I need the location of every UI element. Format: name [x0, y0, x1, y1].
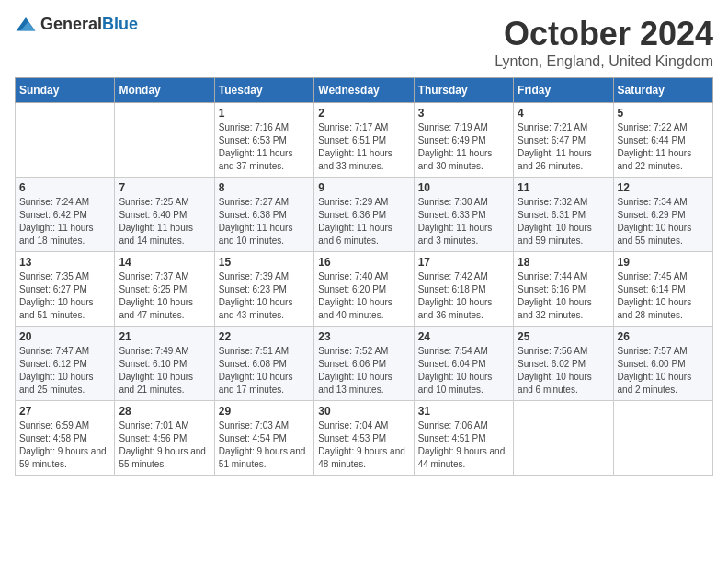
day-info: Sunrise: 7:57 AM Sunset: 6:00 PM Dayligh…	[618, 345, 709, 396]
calendar-cell: 6Sunrise: 7:24 AM Sunset: 6:42 PM Daylig…	[16, 178, 115, 252]
weekday-header-cell: Friday	[514, 78, 613, 103]
calendar-week-row: 13Sunrise: 7:35 AM Sunset: 6:27 PM Dayli…	[16, 252, 713, 327]
calendar-cell: 24Sunrise: 7:54 AM Sunset: 6:04 PM Dayli…	[414, 327, 513, 401]
title-area: October 2024 Lynton, England, United Kin…	[495, 15, 713, 70]
weekday-header-cell: Saturday	[613, 78, 712, 103]
day-number: 24	[418, 330, 509, 343]
day-info: Sunrise: 7:22 AM Sunset: 6:44 PM Dayligh…	[618, 121, 709, 173]
logo-blue: Blue	[102, 15, 138, 33]
weekday-header-cell: Wednesday	[314, 78, 414, 103]
logo: GeneralBlue	[15, 15, 138, 34]
day-info: Sunrise: 7:29 AM Sunset: 6:36 PM Dayligh…	[318, 196, 409, 247]
calendar-cell: 17Sunrise: 7:42 AM Sunset: 6:18 PM Dayli…	[414, 252, 513, 327]
calendar-cell: 1Sunrise: 7:16 AM Sunset: 6:53 PM Daylig…	[214, 103, 313, 178]
weekday-header-row: SundayMondayTuesdayWednesdayThursdayFrid…	[16, 78, 713, 103]
day-number: 5	[618, 107, 709, 120]
day-number: 31	[418, 405, 509, 418]
calendar-cell: 28Sunrise: 7:01 AM Sunset: 4:56 PM Dayli…	[115, 401, 214, 476]
day-info: Sunrise: 7:44 AM Sunset: 6:16 PM Dayligh…	[518, 270, 609, 322]
day-number: 12	[618, 181, 709, 194]
day-number: 7	[119, 181, 210, 194]
day-info: Sunrise: 7:39 AM Sunset: 6:23 PM Dayligh…	[219, 270, 310, 322]
day-info: Sunrise: 7:37 AM Sunset: 6:25 PM Dayligh…	[119, 270, 210, 322]
day-number: 6	[19, 181, 110, 194]
calendar-cell: 16Sunrise: 7:40 AM Sunset: 6:20 PM Dayli…	[314, 252, 414, 327]
day-info: Sunrise: 7:49 AM Sunset: 6:10 PM Dayligh…	[119, 345, 210, 396]
day-number: 28	[119, 405, 210, 418]
calendar-cell: 13Sunrise: 7:35 AM Sunset: 6:27 PM Dayli…	[16, 252, 115, 327]
day-info: Sunrise: 7:27 AM Sunset: 6:38 PM Dayligh…	[219, 196, 310, 247]
day-info: Sunrise: 7:35 AM Sunset: 6:27 PM Dayligh…	[19, 270, 110, 322]
calendar-cell: 2Sunrise: 7:17 AM Sunset: 6:51 PM Daylig…	[314, 103, 414, 178]
day-number: 19	[618, 256, 709, 269]
day-number: 3	[418, 107, 509, 120]
day-info: Sunrise: 7:21 AM Sunset: 6:47 PM Dayligh…	[518, 121, 609, 173]
day-number: 18	[518, 256, 609, 269]
calendar-cell: 7Sunrise: 7:25 AM Sunset: 6:40 PM Daylig…	[115, 178, 214, 252]
weekday-header-cell: Tuesday	[214, 78, 313, 103]
calendar-week-row: 6Sunrise: 7:24 AM Sunset: 6:42 PM Daylig…	[16, 178, 713, 252]
day-number: 29	[219, 405, 310, 418]
day-info: Sunrise: 7:16 AM Sunset: 6:53 PM Dayligh…	[219, 121, 310, 173]
day-info: Sunrise: 7:45 AM Sunset: 6:14 PM Dayligh…	[618, 270, 709, 322]
calendar-cell	[16, 103, 115, 178]
day-number: 25	[518, 330, 609, 343]
day-number: 1	[219, 107, 310, 120]
calendar-cell	[613, 401, 712, 476]
calendar-week-row: 27Sunrise: 6:59 AM Sunset: 4:58 PM Dayli…	[16, 401, 713, 476]
calendar-week-row: 20Sunrise: 7:47 AM Sunset: 6:12 PM Dayli…	[16, 327, 713, 401]
day-number: 21	[119, 330, 210, 343]
day-info: Sunrise: 7:54 AM Sunset: 6:04 PM Dayligh…	[418, 345, 509, 396]
logo-icon	[15, 16, 37, 34]
weekday-header-cell: Sunday	[16, 78, 115, 103]
calendar-cell	[115, 103, 214, 178]
calendar-cell: 26Sunrise: 7:57 AM Sunset: 6:00 PM Dayli…	[613, 327, 712, 401]
day-number: 16	[318, 256, 409, 269]
day-info: Sunrise: 7:04 AM Sunset: 4:53 PM Dayligh…	[318, 419, 409, 471]
day-number: 8	[219, 181, 310, 194]
calendar-cell	[514, 401, 613, 476]
location-title: Lynton, England, United Kingdom	[495, 53, 713, 70]
calendar-cell: 21Sunrise: 7:49 AM Sunset: 6:10 PM Dayli…	[115, 327, 214, 401]
day-info: Sunrise: 7:01 AM Sunset: 4:56 PM Dayligh…	[119, 419, 210, 471]
calendar-cell: 8Sunrise: 7:27 AM Sunset: 6:38 PM Daylig…	[214, 178, 313, 252]
weekday-header-cell: Monday	[115, 78, 214, 103]
weekday-header-cell: Thursday	[414, 78, 513, 103]
day-info: Sunrise: 7:06 AM Sunset: 4:51 PM Dayligh…	[418, 419, 509, 471]
header: GeneralBlue October 2024 Lynton, England…	[15, 15, 713, 70]
calendar-cell: 18Sunrise: 7:44 AM Sunset: 6:16 PM Dayli…	[514, 252, 613, 327]
day-number: 13	[19, 256, 110, 269]
day-info: Sunrise: 7:47 AM Sunset: 6:12 PM Dayligh…	[19, 345, 110, 396]
day-number: 4	[518, 107, 609, 120]
logo-general: General	[40, 15, 102, 33]
day-number: 2	[318, 107, 409, 120]
day-info: Sunrise: 7:40 AM Sunset: 6:20 PM Dayligh…	[318, 270, 409, 322]
day-number: 14	[119, 256, 210, 269]
calendar-cell: 22Sunrise: 7:51 AM Sunset: 6:08 PM Dayli…	[214, 327, 313, 401]
month-title: October 2024	[495, 15, 713, 53]
calendar-cell: 10Sunrise: 7:30 AM Sunset: 6:33 PM Dayli…	[414, 178, 513, 252]
calendar-cell: 4Sunrise: 7:21 AM Sunset: 6:47 PM Daylig…	[514, 103, 613, 178]
calendar-cell: 12Sunrise: 7:34 AM Sunset: 6:29 PM Dayli…	[613, 178, 712, 252]
day-number: 23	[318, 330, 409, 343]
calendar-body: 1Sunrise: 7:16 AM Sunset: 6:53 PM Daylig…	[16, 103, 713, 476]
day-info: Sunrise: 7:51 AM Sunset: 6:08 PM Dayligh…	[219, 345, 310, 396]
calendar-cell: 9Sunrise: 7:29 AM Sunset: 6:36 PM Daylig…	[314, 178, 414, 252]
calendar-week-row: 1Sunrise: 7:16 AM Sunset: 6:53 PM Daylig…	[16, 103, 713, 178]
day-number: 10	[418, 181, 509, 194]
day-info: Sunrise: 7:52 AM Sunset: 6:06 PM Dayligh…	[318, 345, 409, 396]
calendar-cell: 5Sunrise: 7:22 AM Sunset: 6:44 PM Daylig…	[613, 103, 712, 178]
day-info: Sunrise: 7:56 AM Sunset: 6:02 PM Dayligh…	[518, 345, 609, 396]
day-number: 17	[418, 256, 509, 269]
day-info: Sunrise: 7:17 AM Sunset: 6:51 PM Dayligh…	[318, 121, 409, 173]
calendar-cell: 19Sunrise: 7:45 AM Sunset: 6:14 PM Dayli…	[613, 252, 712, 327]
calendar-cell: 3Sunrise: 7:19 AM Sunset: 6:49 PM Daylig…	[414, 103, 513, 178]
calendar-cell: 11Sunrise: 7:32 AM Sunset: 6:31 PM Dayli…	[514, 178, 613, 252]
day-info: Sunrise: 7:19 AM Sunset: 6:49 PM Dayligh…	[418, 121, 509, 173]
day-info: Sunrise: 7:42 AM Sunset: 6:18 PM Dayligh…	[418, 270, 509, 322]
calendar-cell: 31Sunrise: 7:06 AM Sunset: 4:51 PM Dayli…	[414, 401, 513, 476]
calendar-cell: 14Sunrise: 7:37 AM Sunset: 6:25 PM Dayli…	[115, 252, 214, 327]
day-info: Sunrise: 6:59 AM Sunset: 4:58 PM Dayligh…	[19, 419, 110, 471]
day-number: 30	[318, 405, 409, 418]
day-info: Sunrise: 7:32 AM Sunset: 6:31 PM Dayligh…	[518, 196, 609, 247]
